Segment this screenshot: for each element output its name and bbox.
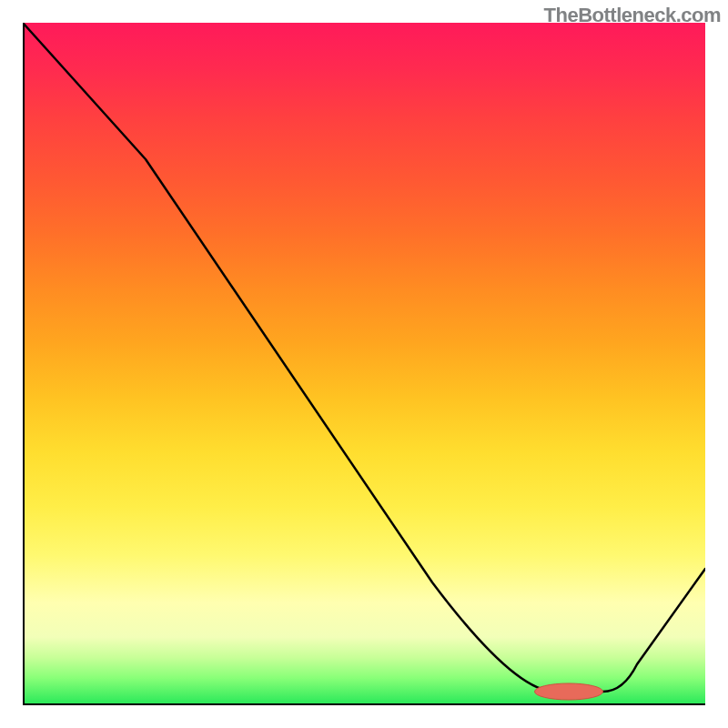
chart-container: TheBottleneck.com bbox=[0, 0, 728, 728]
optimum-marker bbox=[535, 683, 603, 700]
chart-curve bbox=[23, 23, 705, 692]
watermark-text: TheBottleneck.com bbox=[544, 4, 721, 27]
line-chart-svg bbox=[23, 23, 705, 705]
